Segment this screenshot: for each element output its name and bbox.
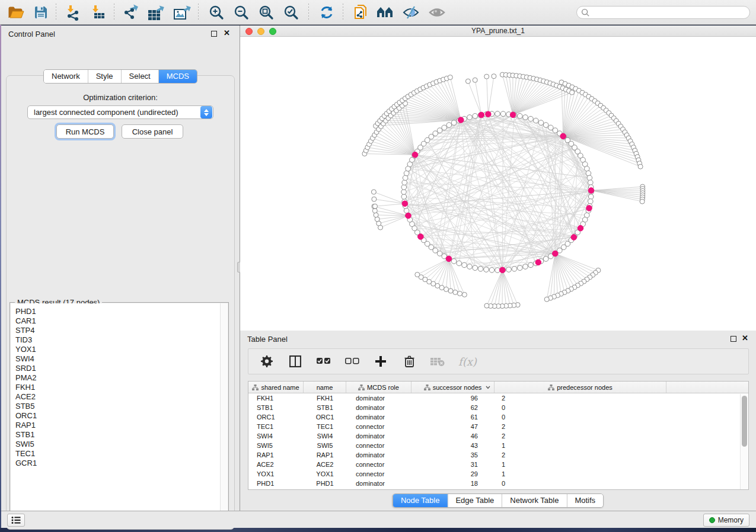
tab-select[interactable]: Select [121, 70, 158, 83]
import-network-icon[interactable] [63, 4, 83, 21]
table-cell[interactable]: STB1 [248, 403, 304, 412]
float-table-panel-icon[interactable] [731, 336, 736, 342]
table-cell[interactable]: SWI5 [248, 441, 304, 450]
export-table-icon[interactable] [146, 4, 166, 21]
show-columns-icon[interactable] [288, 354, 303, 369]
zoom-out-icon[interactable] [231, 4, 251, 21]
import-table-icon[interactable] [88, 4, 108, 21]
table-cell[interactable]: 2 [495, 450, 666, 460]
mcds-result-item[interactable]: GCR1 [15, 459, 228, 468]
mcds-result-item[interactable]: TID3 [15, 335, 228, 345]
table-cell[interactable]: STB1 [304, 403, 346, 412]
mcds-result-item[interactable]: SWI5 [15, 440, 228, 449]
zoom-selected-icon[interactable] [281, 4, 301, 21]
table-cell[interactable]: RAP1 [304, 450, 346, 460]
table-cell[interactable]: dominator [346, 403, 412, 412]
navigator-icon[interactable] [375, 4, 395, 21]
table-cell[interactable]: PHD1 [248, 479, 304, 488]
table-cell[interactable]: dominator [346, 431, 412, 441]
table-cell[interactable]: 47 [412, 422, 495, 431]
network-graph[interactable] [240, 37, 756, 331]
table-row[interactable]: FKH1FKH1dominator962 [248, 393, 748, 403]
table-cell[interactable]: 0 [495, 403, 666, 412]
table-cell[interactable]: SWI5 [304, 441, 346, 450]
table-cell[interactable]: 29 [412, 469, 495, 479]
column-header-predecessor-nodes[interactable]: predecessor nodes [495, 382, 666, 393]
mcds-result-item[interactable]: RAP1 [15, 421, 228, 430]
save-session-icon[interactable] [31, 4, 51, 21]
zoom-fit-icon[interactable] [256, 4, 276, 21]
table-cell[interactable]: YOX1 [304, 469, 346, 479]
export-network-icon[interactable] [121, 4, 141, 21]
run-mcds-button[interactable]: Run MCDS [56, 124, 114, 139]
memory-button[interactable]: Memory [703, 514, 749, 527]
mcds-result-item[interactable]: PMA2 [15, 373, 228, 383]
search-field[interactable] [576, 6, 750, 19]
column-header-successor-nodes[interactable]: successor nodes [412, 382, 495, 393]
table-cell[interactable]: 2 [495, 422, 666, 431]
deselect-all-icon[interactable] [344, 354, 360, 369]
task-history-button[interactable] [7, 514, 25, 527]
table-cell[interactable]: 0 [495, 479, 666, 488]
delete-column-icon[interactable] [401, 354, 417, 369]
tab-style[interactable]: Style [88, 70, 121, 83]
table-cell[interactable]: 18 [412, 479, 495, 488]
table-cell[interactable]: 46 [412, 431, 495, 441]
table-cell[interactable]: 1 [495, 460, 666, 469]
tab-network-table[interactable]: Network Table [502, 494, 566, 507]
table-scrollbar-thumb[interactable] [742, 396, 747, 447]
mcds-result-item[interactable]: ACE2 [15, 392, 228, 402]
table-cell[interactable]: TEC1 [248, 422, 304, 431]
mcds-result-item[interactable]: TEC1 [15, 449, 228, 459]
table-cell[interactable]: ORC1 [304, 412, 346, 422]
mcds-result-item[interactable]: SRD1 [15, 364, 228, 373]
table-cell[interactable]: ACE2 [304, 460, 346, 469]
function-builder-icon[interactable]: f(x) [458, 355, 477, 368]
table-cell[interactable]: dominator [346, 412, 412, 422]
document-share-icon[interactable] [351, 4, 371, 21]
mcds-result-item[interactable]: CAR1 [15, 316, 228, 326]
table-cell[interactable]: 1 [495, 441, 666, 450]
window-zoom-icon[interactable] [269, 28, 276, 35]
table-cell[interactable]: 35 [412, 450, 495, 460]
table-cell[interactable]: ORC1 [248, 412, 304, 422]
table-cell[interactable]: ACE2 [248, 460, 304, 469]
zoom-in-icon[interactable] [206, 4, 227, 21]
mcds-result-item[interactable]: STP4 [15, 326, 228, 335]
tab-motifs[interactable]: Motifs [566, 494, 603, 507]
table-cell[interactable]: 96 [412, 393, 495, 403]
table-cell[interactable]: TEC1 [304, 422, 346, 431]
mcds-result-item[interactable]: FKH1 [15, 383, 228, 392]
table-cell[interactable]: dominator [346, 393, 412, 403]
network-canvas[interactable] [240, 37, 756, 331]
close-table-panel-icon[interactable]: ✕ [742, 334, 748, 342]
table-cell[interactable]: SWI4 [248, 431, 304, 441]
column-header-MCDS-role[interactable]: MCDS role [346, 382, 412, 393]
tab-node-table[interactable]: Node Table [393, 494, 448, 507]
table-settings-gear-icon[interactable] [259, 354, 275, 369]
show-graphics-icon[interactable] [427, 4, 447, 21]
mcds-result-item[interactable]: ORC1 [15, 411, 228, 421]
tab-network[interactable]: Network [44, 70, 88, 83]
select-all-icon[interactable] [316, 354, 331, 369]
table-cell[interactable]: 1 [495, 469, 666, 479]
mcds-list-scrollbar[interactable] [220, 303, 228, 520]
table-cell[interactable]: 0 [495, 412, 666, 422]
close-panel-button[interactable]: Close panel [122, 124, 183, 139]
table-cell[interactable]: connector [346, 422, 412, 431]
tab-mcds[interactable]: MCDS [158, 70, 197, 83]
float-panel-icon[interactable] [211, 31, 217, 37]
table-cell[interactable]: 61 [412, 412, 495, 422]
table-row[interactable]: SWI5SWI5connector431 [248, 441, 748, 450]
table-cell[interactable]: YOX1 [248, 469, 304, 479]
window-minimize-icon[interactable] [257, 28, 264, 35]
mcds-result-item[interactable]: PHD1 [15, 307, 228, 316]
mcds-result-item[interactable]: STB1 [15, 430, 228, 440]
mcds-result-item[interactable]: SWI4 [15, 354, 228, 364]
table-cell[interactable]: dominator [346, 450, 412, 460]
mcds-result-list[interactable]: PHD1CAR1STP4TID3YOX1SWI4SRD1PMA2FKH1ACE2… [11, 303, 228, 520]
table-cell[interactable]: 2 [495, 393, 666, 403]
export-image-icon[interactable] [172, 4, 192, 21]
tab-edge-table[interactable]: Edge Table [447, 494, 502, 507]
open-file-icon[interactable] [6, 4, 26, 21]
